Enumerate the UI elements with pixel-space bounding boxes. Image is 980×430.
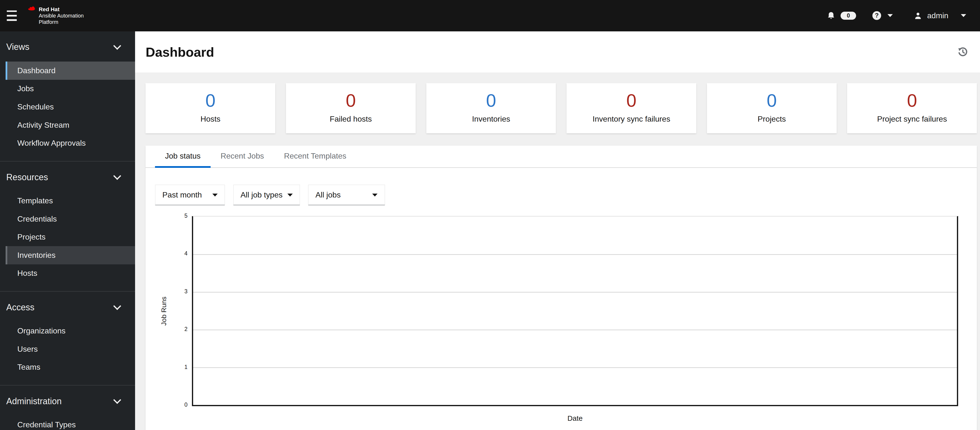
nav-section-access: AccessOrganizationsUsersTeams: [0, 291, 135, 385]
list-item: Templates: [0, 192, 135, 210]
job-status-panel: Job statusRecent JobsRecent Templates Pa…: [146, 146, 977, 430]
card-value: 0: [767, 91, 777, 110]
filter-job-select[interactable]: All jobs: [308, 185, 385, 205]
summary-card-inventory-sync-failures[interactable]: 0Inventory sync failures: [566, 83, 696, 133]
nav-group-administration[interactable]: Administration: [0, 393, 135, 409]
card-label: Hosts: [200, 115, 220, 123]
card-value: 0: [346, 91, 356, 110]
chevron-down-icon: [113, 42, 121, 50]
filter-job-type-select[interactable]: All job types: [233, 185, 300, 205]
caret-down-icon: [961, 14, 966, 17]
brand-line-3: Platform: [39, 19, 84, 25]
job-runs-chart: Job Runs 543210 Date: [155, 216, 958, 430]
y-tick-label: 2: [155, 326, 188, 332]
gridline: [193, 292, 957, 293]
list-item: Teams: [0, 358, 135, 377]
filter-period-select[interactable]: Past month: [155, 185, 225, 205]
nav-group-label: Views: [6, 42, 29, 52]
nav-group-label: Resources: [6, 172, 48, 182]
sidebar-item-organizations[interactable]: Organizations: [6, 322, 135, 340]
help-menu-button[interactable]: ?: [872, 11, 893, 20]
sidebar-item-credentials[interactable]: Credentials: [6, 210, 135, 228]
card-value: 0: [626, 91, 636, 110]
user-menu-button[interactable]: admin: [914, 11, 966, 20]
list-item: Inventories: [0, 246, 135, 264]
tab-bar: Job statusRecent JobsRecent Templates: [146, 146, 977, 168]
sidebar-item-workflow-approvals[interactable]: Workflow Approvals: [6, 134, 135, 152]
summary-card-hosts[interactable]: 0Hosts: [146, 83, 275, 133]
nav-group-access[interactable]: Access: [0, 299, 135, 316]
sidebar-item-projects[interactable]: Projects: [6, 228, 135, 246]
bell-icon: [827, 11, 835, 20]
sidebar-item-hosts[interactable]: Hosts: [6, 264, 135, 283]
card-value: 0: [205, 91, 216, 110]
card-label: Projects: [758, 115, 786, 123]
masthead-toolbar: 0 ? admin: [827, 11, 980, 20]
notifications-button[interactable]: [827, 11, 835, 20]
summary-card-inventories[interactable]: 0Inventories: [426, 83, 556, 133]
card-value: 0: [486, 91, 496, 110]
x-axis-label: Date: [192, 414, 958, 422]
y-tick-label: 1: [155, 364, 188, 371]
user-icon: [914, 12, 922, 20]
list-item: Projects: [0, 228, 135, 246]
sidebar-item-credential-types[interactable]: Credential Types: [6, 416, 135, 430]
sidebar-item-schedules[interactable]: Schedules: [6, 98, 135, 116]
nav-group-label: Access: [6, 302, 35, 313]
notification-count-badge: 0: [840, 12, 856, 20]
sidebar-item-teams[interactable]: Teams: [6, 358, 135, 377]
y-axis-label: Job Runs: [160, 296, 168, 325]
user-name: admin: [927, 11, 948, 20]
chart-filters: Past monthAll job typesAll jobs: [155, 185, 967, 205]
card-label: Failed hosts: [330, 115, 372, 123]
summary-card-projects[interactable]: 0Projects: [707, 83, 837, 133]
tab-job-status[interactable]: Job status: [155, 146, 211, 167]
list-item: Hosts: [0, 264, 135, 283]
summary-cards-row: 0Hosts0Failed hosts0Inventories0Inventor…: [146, 83, 977, 133]
chevron-down-icon: [113, 302, 121, 310]
nav-item-list: OrganizationsUsersTeams: [0, 322, 135, 376]
red-hat-logo-icon: [27, 6, 37, 13]
nav-group-views[interactable]: Views: [0, 39, 135, 55]
caret-down-icon: [287, 193, 293, 197]
sidebar-item-jobs[interactable]: Jobs: [6, 80, 135, 98]
sidebar-item-inventories[interactable]: Inventories: [6, 246, 135, 264]
brand-line-1: Red Hat: [39, 6, 84, 13]
card-label: Inventory sync failures: [592, 115, 670, 123]
summary-card-project-sync-failures[interactable]: 0Project sync failures: [847, 83, 977, 133]
card-label: Project sync failures: [877, 115, 947, 123]
history-icon[interactable]: [958, 47, 968, 57]
gridline: [193, 254, 957, 255]
hamburger-icon[interactable]: [7, 10, 17, 21]
gridline: [193, 367, 957, 368]
sidebar-item-users[interactable]: Users: [6, 340, 135, 358]
list-item: Dashboard: [0, 62, 135, 80]
summary-card-failed-hosts[interactable]: 0Failed hosts: [286, 83, 416, 133]
nav-item-list: Credential TypesNotifications: [0, 416, 135, 430]
chevron-down-icon: [113, 172, 121, 180]
nav-section-administration: AdministrationCredential TypesNotificati…: [0, 385, 135, 430]
brand-logo[interactable]: Red Hat Ansible Automation Platform: [27, 6, 84, 25]
card-value: 0: [907, 91, 917, 110]
selected-value: All job types: [240, 190, 283, 200]
sidebar-item-dashboard[interactable]: Dashboard: [6, 62, 135, 80]
chevron-down-icon: [113, 396, 121, 404]
nav-section-views: ViewsDashboardJobsSchedulesActivity Stre…: [0, 31, 135, 161]
y-tick-label: 0: [155, 402, 188, 408]
selected-value: Past month: [162, 190, 202, 200]
sidebar-item-activity-stream[interactable]: Activity Stream: [6, 116, 135, 134]
nav-group-resources[interactable]: Resources: [0, 169, 135, 185]
page-title: Dashboard: [146, 45, 214, 59]
brand-text: Red Hat Ansible Automation Platform: [39, 6, 84, 25]
list-item: Workflow Approvals: [0, 134, 135, 152]
tab-recent-jobs[interactable]: Recent Jobs: [211, 146, 274, 167]
sidebar-item-templates[interactable]: Templates: [6, 192, 135, 210]
sidebar-navigation: ViewsDashboardJobsSchedulesActivity Stre…: [0, 31, 135, 430]
caret-down-icon: [372, 193, 377, 197]
list-item: Activity Stream: [0, 116, 135, 134]
tab-recent-templates[interactable]: Recent Templates: [274, 146, 356, 167]
card-label: Inventories: [472, 115, 510, 123]
list-item: Jobs: [0, 80, 135, 98]
list-item: Credentials: [0, 210, 135, 228]
page-header: Dashboard: [135, 31, 980, 73]
